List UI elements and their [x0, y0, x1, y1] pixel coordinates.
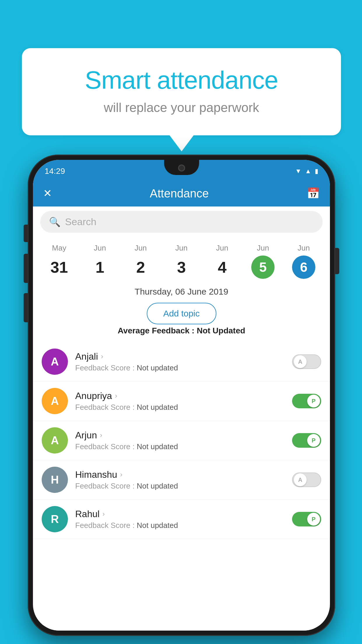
cal-month-label: Jun [216, 244, 228, 253]
avg-feedback-label: Average Feedback : [118, 326, 197, 335]
cal-day-number: 31 [48, 256, 71, 279]
attendance-toggle[interactable]: A [292, 473, 321, 487]
student-list-item[interactable]: AAnupriya ›Feedback Score : Not updatedP [33, 382, 330, 421]
chevron-icon: › [115, 392, 117, 400]
search-icon: 🔍 [49, 216, 61, 228]
power-button [335, 248, 339, 274]
toggle-knob: P [307, 434, 320, 447]
volume-down-button [24, 293, 28, 322]
selected-date-label: Thursday, 06 June 2019 [33, 287, 330, 297]
volume-mute-button [24, 225, 28, 242]
calendar-day[interactable]: Jun6 [292, 244, 315, 279]
search-input[interactable]: Search [65, 216, 96, 228]
speech-bubble-title: Smart attendance [45, 66, 318, 94]
feedback-score: Feedback Score : Not updated [75, 403, 285, 412]
average-feedback: Average Feedback : Not Updated [33, 326, 330, 335]
phone-mockup: 14:29 ▼ ▲ ▮ ✕ Attendance 📅 🔍 Search May3… [28, 155, 335, 636]
attendance-toggle[interactable]: P [292, 394, 321, 408]
student-avatar: A [42, 388, 68, 414]
calendar-day[interactable]: Jun1 [88, 244, 112, 279]
calendar-day[interactable]: Jun2 [129, 244, 152, 279]
cal-day-number: 3 [170, 256, 193, 279]
calendar-day[interactable]: Jun3 [170, 244, 193, 279]
student-avatar: H [42, 467, 68, 493]
battery-icon: ▮ [315, 167, 318, 175]
speech-bubble-subtitle: will replace your paperwork [45, 100, 318, 115]
student-name: Arjun › [75, 430, 285, 441]
student-list-item[interactable]: RRahul ›Feedback Score : Not updatedP [33, 500, 330, 539]
feedback-score: Feedback Score : Not updated [75, 363, 285, 372]
attendance-toggle[interactable]: P [292, 512, 321, 526]
signal-icon: ▲ [305, 167, 311, 175]
student-avatar: R [42, 506, 68, 532]
student-name: Anjali › [75, 351, 285, 362]
chevron-icon: › [101, 352, 103, 360]
cal-month-label: Jun [257, 244, 269, 253]
toggle-knob: P [307, 513, 320, 526]
cal-day-number: 4 [210, 256, 234, 279]
status-time: 14:29 [45, 167, 65, 176]
phone-screen: 14:29 ▼ ▲ ▮ ✕ Attendance 📅 🔍 Search May3… [33, 160, 330, 631]
wifi-icon: ▼ [295, 167, 301, 175]
cal-day-number: 2 [129, 256, 152, 279]
feedback-score: Feedback Score : Not updated [75, 442, 285, 451]
cal-month-label: Jun [135, 244, 147, 253]
cal-month-label: May [52, 244, 66, 253]
cal-month-label: Jun [175, 244, 187, 253]
student-list: AAnjali ›Feedback Score : Not updatedAAA… [33, 342, 330, 631]
cal-month-label: Jun [94, 244, 106, 253]
chevron-icon: › [120, 470, 122, 479]
feedback-score: Feedback Score : Not updated [75, 521, 285, 530]
calendar-icon[interactable]: 📅 [307, 187, 320, 200]
add-topic-button[interactable]: Add topic [147, 303, 216, 324]
avg-feedback-value: Not Updated [197, 326, 245, 335]
toggle-knob: A [294, 355, 307, 368]
student-list-item[interactable]: AArjun ›Feedback Score : Not updatedP [33, 421, 330, 460]
cal-month-label: Jun [298, 244, 310, 253]
app-header: ✕ Attendance 📅 [33, 180, 330, 206]
toggle-knob: A [294, 473, 307, 486]
cal-day-number: 6 [292, 256, 315, 279]
student-list-item[interactable]: HHimanshu ›Feedback Score : Not updatedA [33, 460, 330, 500]
volume-up-button [24, 254, 28, 283]
speech-bubble: Smart attendance will replace your paper… [22, 48, 341, 135]
cal-day-number: 5 [251, 256, 275, 279]
attendance-toggle[interactable]: P [292, 433, 321, 448]
student-list-item[interactable]: AAnjali ›Feedback Score : Not updatedA [33, 342, 330, 382]
search-bar[interactable]: 🔍 Search [40, 211, 323, 233]
calendar-strip: May31Jun1Jun2Jun3Jun4Jun5Jun6 [33, 239, 330, 284]
close-icon[interactable]: ✕ [43, 187, 52, 200]
chevron-icon: › [103, 510, 105, 518]
calendar-day[interactable]: Jun5 [251, 244, 275, 279]
notch [164, 160, 199, 175]
student-avatar: A [42, 427, 68, 454]
cal-day-number: 1 [88, 256, 112, 279]
attendance-toggle[interactable]: A [292, 354, 321, 369]
toggle-knob: P [307, 395, 320, 407]
student-name: Himanshu › [75, 469, 285, 480]
calendar-day[interactable]: Jun4 [210, 244, 234, 279]
calendar-day[interactable]: May31 [48, 244, 71, 279]
phone-shell: 14:29 ▼ ▲ ▮ ✕ Attendance 📅 🔍 Search May3… [28, 155, 335, 636]
chevron-icon: › [100, 431, 102, 439]
page-title: Attendance [150, 187, 209, 200]
student-name: Rahul › [75, 509, 285, 519]
camera [178, 164, 185, 172]
status-icons: ▼ ▲ ▮ [295, 167, 318, 175]
feedback-score: Feedback Score : Not updated [75, 482, 285, 491]
student-avatar: A [42, 349, 68, 375]
student-name: Anupriya › [75, 391, 285, 401]
